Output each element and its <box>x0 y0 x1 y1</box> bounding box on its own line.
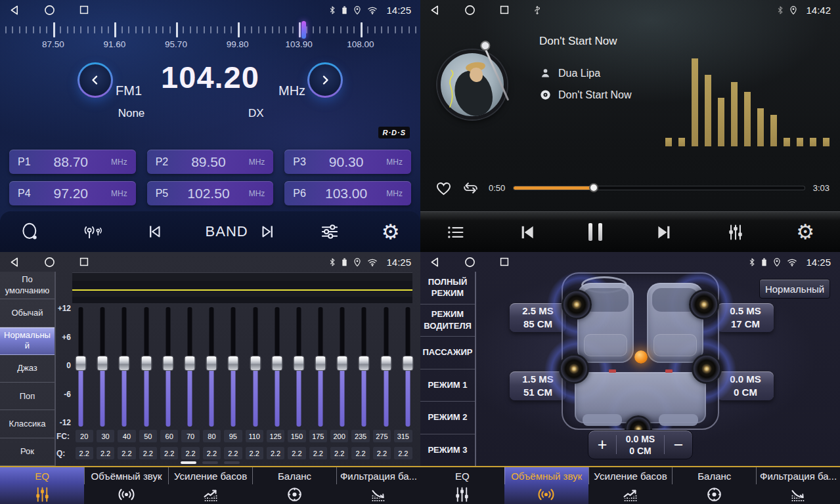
repeat-icon[interactable] <box>461 180 480 196</box>
slider-handle[interactable] <box>271 356 282 371</box>
previous-station-icon[interactable] <box>144 222 164 242</box>
delay-profile-button[interactable]: Нормальный <box>759 279 830 299</box>
recents-icon[interactable] <box>499 5 510 15</box>
slider-handle[interactable] <box>97 356 108 371</box>
tab-eq-sliders-active[interactable]: EQ <box>0 467 84 504</box>
slider-handle[interactable] <box>359 356 370 371</box>
fc-value: 275 <box>373 430 391 442</box>
slider-handle[interactable] <box>315 356 326 371</box>
increase-delay-button[interactable]: + <box>588 436 616 453</box>
back-icon[interactable] <box>9 5 20 16</box>
back-icon[interactable] <box>430 257 441 268</box>
tab-bass-boost[interactable]: Усиление басов <box>168 467 252 504</box>
spectrum-bar <box>810 138 816 146</box>
mixer-icon[interactable] <box>726 222 745 242</box>
home-icon[interactable] <box>464 257 475 268</box>
tuner-tick <box>190 26 191 33</box>
tune-up-button[interactable] <box>307 62 343 98</box>
settings-gear-icon[interactable]: ⚙ <box>382 222 400 242</box>
slider-handle[interactable] <box>293 356 304 371</box>
eq-preset-item[interactable]: Поп <box>0 383 55 410</box>
eq-preset-item[interactable]: По умолчанию <box>0 272 55 299</box>
eq-preset-active[interactable]: Нормальный <box>0 327 55 355</box>
slider-handle[interactable] <box>250 356 261 371</box>
home-icon[interactable] <box>44 257 55 268</box>
front-right-speaker-icon <box>689 289 719 320</box>
decrease-delay-button[interactable]: − <box>665 436 692 453</box>
preset-id: P4 <box>18 188 31 200</box>
preset-button-p5[interactable]: P5102.50MHz <box>147 181 274 205</box>
artist-row: Dua Lipa <box>539 67 600 79</box>
recents-icon[interactable] <box>79 5 89 15</box>
next-track-icon[interactable] <box>653 222 674 243</box>
next-station-icon[interactable] <box>258 222 278 242</box>
preset-button-p6[interactable]: P6103.00MHz <box>284 181 411 205</box>
home-icon[interactable] <box>44 5 55 16</box>
slider-handle[interactable] <box>184 356 195 371</box>
slider-handle[interactable] <box>337 356 348 371</box>
slider-handle[interactable] <box>206 356 217 371</box>
playlist-icon[interactable] <box>446 222 466 242</box>
slider-handle[interactable] <box>402 356 413 371</box>
tab-bass-boost[interactable]: Усиление басов <box>588 467 673 504</box>
previous-track-icon[interactable] <box>517 222 538 243</box>
back-icon[interactable] <box>430 5 441 16</box>
preset-button-p4[interactable]: P497.20MHz <box>9 181 136 205</box>
tab-balance[interactable]: Баланс <box>672 467 756 504</box>
slider-handle[interactable] <box>162 356 173 371</box>
preset-button-p1[interactable]: P188.70MHz <box>9 150 136 174</box>
seek-knob[interactable] <box>589 183 598 192</box>
tuner-tick <box>265 26 266 33</box>
slider-handle[interactable] <box>228 356 239 371</box>
mode-item[interactable]: ПОЛНЫЙ РЕЖИМ <box>420 272 475 304</box>
eq-status-bar: 14:25 <box>0 252 420 272</box>
tab-surround[interactable]: Объёмный звук <box>84 467 168 504</box>
mode-item[interactable]: ПАССАЖИР <box>420 337 475 369</box>
preset-button-p2[interactable]: P289.50MHz <box>147 150 274 174</box>
tuner-tick <box>53 22 55 37</box>
slider-handle[interactable] <box>141 356 152 371</box>
rear-right-delay-button[interactable]: 0.0 MS 0 CM <box>717 371 774 400</box>
settings-gear-icon[interactable]: ⚙ <box>796 222 814 242</box>
tuner-ticks[interactable] <box>0 20 420 39</box>
scan-icon[interactable] <box>20 222 40 242</box>
tab-filter[interactable]: Фильтрация ба... <box>756 467 840 504</box>
preset-button-p3[interactable]: P390.30MHz <box>284 150 411 174</box>
clock: 14:25 <box>386 257 411 268</box>
spectrum-bar <box>797 138 803 146</box>
mode-item[interactable]: РЕЖИМ 3 <box>420 434 475 467</box>
recents-icon[interactable] <box>499 257 510 267</box>
eq-preset-item[interactable]: Классика <box>0 410 55 438</box>
slider-handle[interactable] <box>76 356 87 371</box>
db-scale-label: -12 <box>60 419 71 427</box>
favorite-heart-icon[interactable] <box>435 180 453 196</box>
rear-left-delay-button[interactable]: 1.5 MS 51 CM <box>510 371 566 400</box>
tab-filter[interactable]: Фильтрация ба... <box>336 467 420 504</box>
front-left-speaker-icon <box>562 289 592 320</box>
listening-position-dot[interactable] <box>634 350 648 364</box>
eq-preset-item[interactable]: Обычай <box>0 299 55 327</box>
slider-handle[interactable] <box>119 356 130 371</box>
tab-eq-sliders[interactable]: EQ <box>420 467 504 504</box>
mode-item[interactable]: РЕЖИМ ВОДИТЕЛЯ <box>420 304 475 337</box>
band-button[interactable]: BAND <box>206 223 217 240</box>
front-left-delay-button[interactable]: 2.5 MS 85 CM <box>510 303 566 332</box>
tab-surround-active[interactable]: Объёмный звук <box>504 467 588 504</box>
slider-handle[interactable] <box>380 356 391 371</box>
q-row: Q: 2.22.22.22.22.22.22.22.22.22.22.22.22… <box>56 447 414 459</box>
tab-label: Усиление басов <box>588 467 673 484</box>
usb-icon <box>533 5 541 15</box>
mode-item[interactable]: РЕЖИМ 2 <box>420 402 475 434</box>
ta-broadcast-icon[interactable] <box>81 222 103 241</box>
home-icon[interactable] <box>464 5 475 16</box>
eq-preset-item[interactable]: Джаз <box>0 355 55 383</box>
recents-icon[interactable] <box>79 257 89 267</box>
mode-item[interactable]: РЕЖИМ 1 <box>420 369 475 402</box>
seek-bar[interactable] <box>514 186 804 190</box>
tab-balance[interactable]: Баланс <box>252 467 336 504</box>
pause-icon[interactable] <box>588 223 602 241</box>
audio-settings-icon[interactable] <box>319 221 340 242</box>
tune-down-button[interactable] <box>77 62 113 98</box>
front-right-delay-button[interactable]: 0.5 MS 17 CM <box>717 303 774 332</box>
back-icon[interactable] <box>9 257 20 268</box>
